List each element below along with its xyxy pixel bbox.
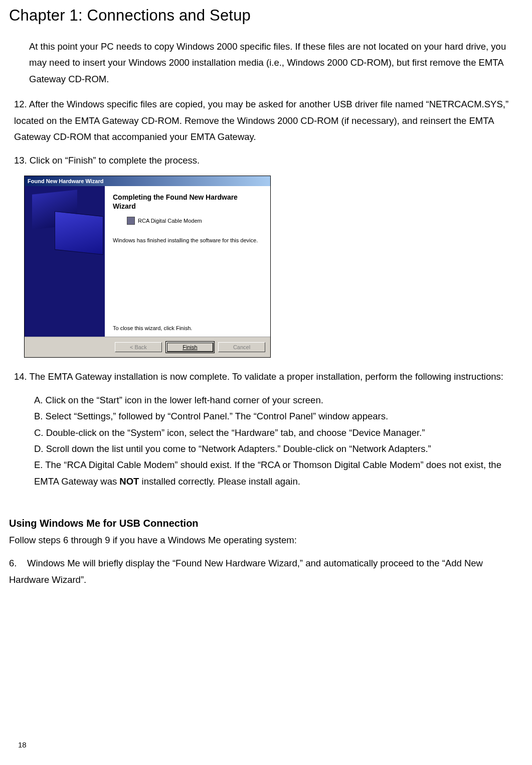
chapter-title: Chapter 1: Connections and Setup	[9, 2, 523, 29]
not-emphasis: NOT	[119, 476, 139, 487]
step-12: 12. After the Windows specific files are…	[14, 96, 523, 145]
step-14-intro: 14. The EMTA Gateway installation is now…	[14, 369, 523, 385]
finish-button[interactable]: Finish	[166, 342, 214, 352]
found-new-hardware-wizard-dialog: Found New Hardware Wizard Completing the…	[24, 176, 271, 358]
dialog-titlebar: Found New Hardware Wizard	[25, 176, 270, 186]
cancel-button: Cancel	[218, 342, 265, 352]
wizard-message: Windows has finished installing the soft…	[113, 237, 262, 244]
wizard-button-bar: < Back Finish Cancel	[25, 337, 270, 357]
wizard-close-hint: To close this wizard, click Finish.	[113, 325, 192, 332]
step-6: 6. Windows Me will briefly display the “…	[9, 555, 523, 588]
step-14e: E. The “RCA Digital Cable Modem” should …	[34, 457, 523, 490]
section-windows-me: Using Windows Me for USB Connection	[9, 515, 523, 532]
step-14a: A. Click on the “Start” icon in the lowe…	[34, 392, 523, 408]
step-14b: B. Select “Settings,” followed by “Contr…	[34, 408, 523, 424]
wizard-sidebar-graphic	[25, 186, 105, 337]
step-13: 13. Click on “Finish” to complete the pr…	[14, 152, 523, 169]
page-number: 18	[18, 738, 27, 751]
me-follow-text: Follow steps 6 through 9 if you have a W…	[9, 532, 523, 548]
modem-icon	[127, 217, 135, 225]
intro-paragraph: At this point your PC needs to copy Wind…	[29, 39, 523, 87]
device-name: RCA Digital Cable Modem	[138, 217, 202, 224]
back-button: < Back	[115, 342, 162, 352]
step-14d: D. Scroll down the list until you come t…	[34, 441, 523, 457]
wizard-heading: Completing the Found New Hardware Wizard	[113, 193, 262, 211]
step-14c: C. Double-click on the “System” icon, se…	[34, 425, 523, 441]
